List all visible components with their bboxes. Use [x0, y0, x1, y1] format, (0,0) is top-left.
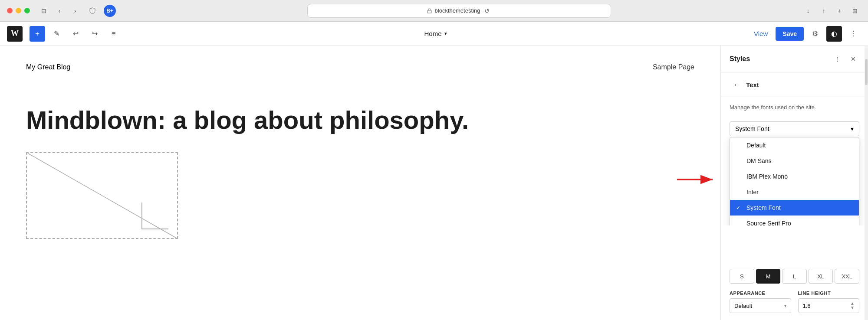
download-btn[interactable]: ↓ [802, 5, 814, 17]
close-traffic-light[interactable] [7, 8, 13, 13]
dark-mode-btn[interactable]: ◐ [826, 26, 842, 42]
blocker-badge[interactable]: B+ [104, 5, 116, 17]
styles-panel: Styles ⋮ ✕ ‹ Text Manage the fonts used … [720, 46, 868, 320]
line-height-input[interactable]: 1.6 ▲▼ [798, 298, 860, 313]
line-height-label: LINE HEIGHT [798, 291, 860, 296]
browser-chrome: ⊟ ‹ › B+ blockthemetesting ↺ ↓ ↑ + ⊞ [0, 0, 868, 22]
grid-btn[interactable]: ⊞ [849, 5, 861, 17]
reload-btn[interactable]: ↺ [483, 7, 491, 15]
size-btn-xl[interactable]: XL [809, 269, 833, 284]
page-heading: Mindblown: a blog about philosophy. [26, 106, 694, 135]
wp-logo[interactable]: W [7, 26, 23, 42]
browser-nav-controls: ⊟ ‹ › [38, 5, 81, 17]
list-view-btn[interactable]: ≡ [106, 26, 122, 42]
share-btn[interactable]: ↑ [818, 5, 830, 17]
address-bar[interactable]: blockthemetesting ↺ [307, 4, 611, 18]
size-btn-l[interactable]: L [782, 269, 807, 284]
shield-icon [86, 5, 99, 17]
size-btn-s[interactable]: S [730, 269, 754, 284]
panel-header: Styles ⋮ ✕ [721, 46, 868, 72]
wp-toolbar: W + ✎ ↩ ↪ ≡ Home ▾ View Save ⚙ ◐ ⋮ [0, 22, 868, 46]
maximize-traffic-light[interactable] [24, 8, 30, 13]
line-height-control-group: LINE HEIGHT 1.6 ▲▼ [798, 291, 860, 313]
browser-right-controls: ↓ ↑ + ⊞ [802, 5, 861, 17]
traffic-lights [7, 8, 30, 13]
image-placeholder [26, 152, 178, 239]
dropdown-item-system-font[interactable]: ✓ System Font [730, 200, 859, 216]
site-title: My Great Blog [26, 63, 70, 71]
svg-rect-0 [427, 10, 431, 13]
dropdown-item-source-serif-pro[interactable]: Source Serif Pro [730, 216, 859, 226]
canvas-area: My Great Blog Sample Page Mindblown: a b… [0, 46, 720, 320]
back-btn[interactable]: ‹ [53, 5, 66, 17]
panel-more-btn[interactable]: ⋮ [832, 53, 844, 65]
panel-description: Manage the fonts used on the site. [721, 97, 868, 118]
site-nav-item: Sample Page [653, 63, 694, 71]
panel-scrollbar[interactable] [865, 46, 868, 320]
appearance-control-group: APPEARANCE Default ▾ [730, 291, 791, 313]
settings-btn[interactable]: ⚙ [807, 26, 823, 42]
lock-icon [427, 8, 432, 13]
appearance-controls-row: APPEARANCE Default ▾ LINE HEIGHT 1.6 ▲▼ [721, 284, 868, 320]
font-dropdown-container: System Font ▾ Default DM Sans IBM [730, 121, 859, 136]
appearance-select[interactable]: Default ▾ [730, 298, 791, 313]
font-dropdown[interactable]: System Font ▾ [730, 121, 859, 136]
view-btn[interactable]: View [750, 27, 772, 40]
panel-nav: ‹ Text [721, 72, 868, 97]
placeholder-diagonal [27, 153, 177, 238]
toolbar-right: View Save ⚙ ◐ ⋮ [750, 26, 861, 42]
add-tab-btn[interactable]: + [833, 5, 845, 17]
forward-btn[interactable]: › [69, 5, 81, 17]
main-area: My Great Blog Sample Page Mindblown: a b… [0, 46, 868, 320]
site-header: My Great Blog Sample Page [26, 63, 694, 80]
size-btn-xxl[interactable]: XXL [835, 269, 859, 284]
dropdown-item-dm-sans[interactable]: DM Sans [730, 153, 859, 169]
scrollbar-thumb [865, 59, 868, 85]
panel-content: System Font ▾ Default DM Sans IBM [721, 118, 868, 226]
size-btn-m[interactable]: M [756, 269, 781, 284]
edit-mode-btn[interactable]: ✎ [49, 26, 64, 42]
sidebar-toggle-btn[interactable]: ⊟ [38, 5, 50, 17]
dropdown-item-ibm-plex-mono[interactable]: IBM Plex Mono [730, 169, 859, 184]
panel-back-btn[interactable]: ‹ [730, 78, 742, 91]
minimize-traffic-light[interactable] [16, 8, 21, 13]
panel-close-btn[interactable]: ✕ [847, 53, 859, 65]
appearance-label: APPEARANCE [730, 291, 791, 296]
more-options-btn[interactable]: ⋮ [845, 26, 861, 42]
panel-header-icons: ⋮ ✕ [832, 53, 859, 65]
toolbar-center: Home ▾ [125, 30, 746, 37]
panel-title: Styles [730, 55, 750, 63]
panel-section-title: Text [746, 81, 759, 88]
font-dropdown-list: Default DM Sans IBM Plex Mono Inter [730, 137, 859, 226]
home-btn[interactable]: Home ▾ [424, 30, 447, 37]
dropdown-item-default[interactable]: Default [730, 137, 859, 153]
url-text: blockthemetesting [435, 7, 480, 14]
dropdown-item-inter[interactable]: Inter [730, 184, 859, 200]
size-buttons-row: S M L XL XXL [721, 269, 868, 284]
save-btn[interactable]: Save [776, 27, 804, 41]
redo-btn[interactable]: ↪ [87, 26, 102, 42]
undo-btn[interactable]: ↩ [68, 26, 83, 42]
svg-line-1 [28, 153, 177, 238]
add-block-btn[interactable]: + [30, 26, 45, 42]
